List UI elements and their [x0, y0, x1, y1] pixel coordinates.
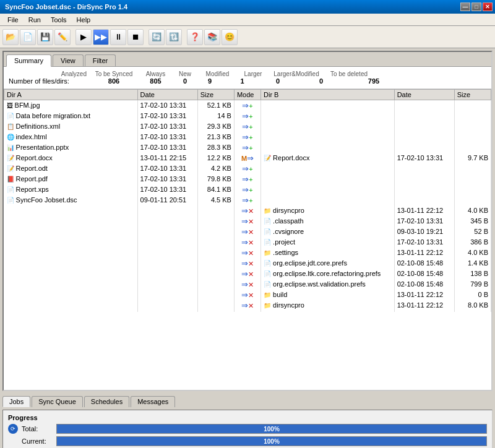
cell-dir-b: 📄 .nbattrs [261, 311, 395, 312]
cell-size-b [454, 132, 491, 142]
cell-mode: ⇒+ [234, 132, 260, 142]
table-row[interactable]: ⇒✕📄 org.eclipse.ltk.core.refactoring.pre… [4, 269, 491, 279]
cell-size-a: 52.1 KB [197, 100, 234, 111]
cell-dir-a: 📕 Report.pdf [4, 174, 138, 184]
cell-dir-a: 📝 Report.docx [4, 153, 138, 163]
cell-dir-a [4, 216, 138, 226]
cell-dir-a: 📄 SyncFoo Jobset.dsc [4, 195, 138, 205]
cell-dir-a [4, 300, 138, 311]
larger-modified-header: Larger&Modified [269, 71, 324, 77]
table-row[interactable]: 📕 Report.pdf17-02-10 13:3179.8 KB⇒+ [4, 174, 491, 184]
cell-size-b [454, 184, 491, 195]
toolbar: 📂 📄 💾 ✏️ ▶ ▶▶ ⏸ ⏹ 🔄 🔃 ❓ 📚 😊 [0, 26, 495, 48]
table-row[interactable]: 📄 Data before migration.txt17-02-10 13:3… [4, 111, 491, 121]
tab-summary[interactable]: Summary [6, 54, 51, 67]
current-progress-fill: 100% [57, 437, 486, 446]
cell-mode: ⇒✕ [234, 269, 260, 279]
table-row[interactable]: ⇒✕📄 org.eclipse.wst.validation.prefs02-1… [4, 279, 491, 290]
cell-dir-a [4, 279, 138, 290]
file-table: Dir A Date Size Mode Dir B Date Size 🖼 B… [4, 89, 491, 312]
cell-date-a: 13-01-11 22:15 [137, 153, 197, 163]
table-row[interactable]: 📝 Report.odt17-02-10 13:314.2 KB⇒+ [4, 163, 491, 174]
tab-jobs[interactable]: Jobs [2, 396, 30, 407]
bottom-section: Jobs Sync Queue Schedules Messages Progr… [0, 394, 495, 448]
synced-header: To be Synced [89, 71, 139, 77]
analyzed-header: Analyzed [9, 71, 89, 77]
col-dir-b[interactable]: Dir B [261, 90, 395, 100]
cell-date-a [137, 248, 197, 258]
table-row[interactable]: 📄 Report.xps17-02-10 13:3184.1 KB⇒+ [4, 184, 491, 195]
cell-mode: ⇒✕ [234, 311, 260, 312]
cell-size-b: 8.0 KB [454, 300, 491, 311]
table-scroll[interactable]: Dir A Date Size Mode Dir B Date Size 🖼 B… [4, 89, 491, 312]
table-row[interactable]: ⇒✕📄 .classpath17-02-10 13:31345 B [4, 216, 491, 226]
table-row[interactable]: ⇒✕📄 org.eclipse.jdt.core.prefs02-10-08 1… [4, 258, 491, 269]
table-row[interactable]: ⇒✕📁 dirsyncpro13-01-11 22:124.0 KB [4, 205, 491, 216]
table-row[interactable]: ⇒✕📁 .settings13-01-11 22:124.0 KB [4, 248, 491, 258]
cell-date-b: 17-02-10 13:31 [394, 237, 454, 248]
save-button[interactable]: 💾 [37, 29, 53, 45]
tab-schedules[interactable]: Schedules [84, 396, 129, 407]
pause-button[interactable]: ⏸ [110, 29, 126, 45]
play-button[interactable]: ▶ [75, 29, 92, 45]
cell-date-b [394, 100, 454, 111]
table-row[interactable]: 📋 Definitions.xml17-02-10 13:3129.3 KB⇒+ [4, 121, 491, 132]
play-fast-button[interactable]: ▶▶ [93, 29, 109, 45]
cell-dir-b: 📁 dirsyncpro [261, 300, 395, 311]
cell-date-b: 13-01-11 22:12 [394, 290, 454, 300]
cell-date-b [394, 132, 454, 142]
table-row[interactable]: 🖼 BFM.jpg17-02-10 13:3152.1 KB⇒+ [4, 100, 491, 111]
col-size-a[interactable]: Size [197, 90, 234, 100]
refresh2-button[interactable]: 🔃 [166, 29, 182, 45]
col-date-a[interactable]: Date [137, 90, 197, 100]
cell-dir-b: 📁 build [261, 290, 395, 300]
book-button[interactable]: 📚 [204, 29, 220, 45]
refresh1-button[interactable]: 🔄 [148, 29, 165, 45]
tab-filter[interactable]: Filter [85, 54, 116, 66]
tab-messages[interactable]: Messages [131, 396, 175, 407]
main-area: Summary View Filter Analyzed To be Synce… [2, 51, 493, 391]
table-row[interactable]: 📊 Presentation.pptx17-02-10 13:3128.3 KB… [4, 142, 491, 153]
cell-size-a: 28.3 KB [197, 142, 234, 153]
col-size-b[interactable]: Size [454, 90, 491, 100]
menu-file[interactable]: File [2, 15, 24, 25]
tab-sync-queue[interactable]: Sync Queue [32, 396, 83, 407]
help-button[interactable]: ❓ [187, 29, 203, 45]
stop-button[interactable]: ⏹ [127, 29, 144, 45]
menu-tools[interactable]: Tools [46, 15, 72, 25]
cell-size-b: 345 B [454, 216, 491, 226]
cell-mode: ⇒✕ [234, 300, 260, 311]
cell-dir-a [4, 258, 138, 269]
table-row[interactable]: 🌐 index.html17-02-10 13:3121.3 KB⇒+ [4, 132, 491, 142]
cell-size-b: 4.0 KB [454, 205, 491, 216]
analyzed-value: 806 [89, 77, 139, 85]
tab-view[interactable]: View [53, 54, 84, 66]
open-button[interactable]: 📂 [2, 29, 19, 45]
col-date-b[interactable]: Date [394, 90, 454, 100]
cell-dir-b: 📄 org.eclipse.wst.validation.prefs [261, 279, 395, 290]
maximize-button[interactable]: □ [471, 2, 481, 11]
edit-button[interactable]: ✏️ [54, 29, 71, 45]
cell-date-b [394, 163, 454, 174]
cell-date-b [394, 174, 454, 184]
new-button[interactable]: 📄 [20, 29, 36, 45]
menu-run[interactable]: Run [24, 15, 46, 25]
cell-size-a: 21.3 KB [197, 132, 234, 142]
cell-size-b: 9.7 KB [454, 153, 491, 163]
col-dir-a[interactable]: Dir A [4, 90, 138, 100]
cell-size-a: 84.1 KB [197, 184, 234, 195]
menu-help[interactable]: Help [72, 15, 96, 25]
table-row[interactable]: ⇒✕📄 .cvsignore09-03-10 19:2152 B [4, 226, 491, 237]
table-row[interactable]: ⇒✕📁 build13-01-11 22:120 B [4, 290, 491, 300]
col-mode[interactable]: Mode [234, 90, 260, 100]
smiley-button[interactable]: 😊 [222, 29, 238, 45]
table-row[interactable]: 📝 Report.docx13-01-11 22:1512.2 KBM⇒📝 Re… [4, 153, 491, 163]
table-row[interactable]: ⇒✕📄 .nbattrs07-02-10 21:07354 B [4, 311, 491, 312]
close-button[interactable]: ✕ [483, 2, 493, 11]
table-row[interactable]: 📄 SyncFoo Jobset.dsc09-01-11 20:514.5 KB… [4, 195, 491, 205]
cell-dir-a [4, 290, 138, 300]
minimize-button[interactable]: — [460, 2, 470, 11]
table-row[interactable]: ⇒✕📄 .project17-02-10 13:31386 B [4, 237, 491, 248]
table-row[interactable]: ⇒✕📁 dirsyncpro13-01-11 22:128.0 KB [4, 300, 491, 311]
cell-date-b [394, 111, 454, 121]
